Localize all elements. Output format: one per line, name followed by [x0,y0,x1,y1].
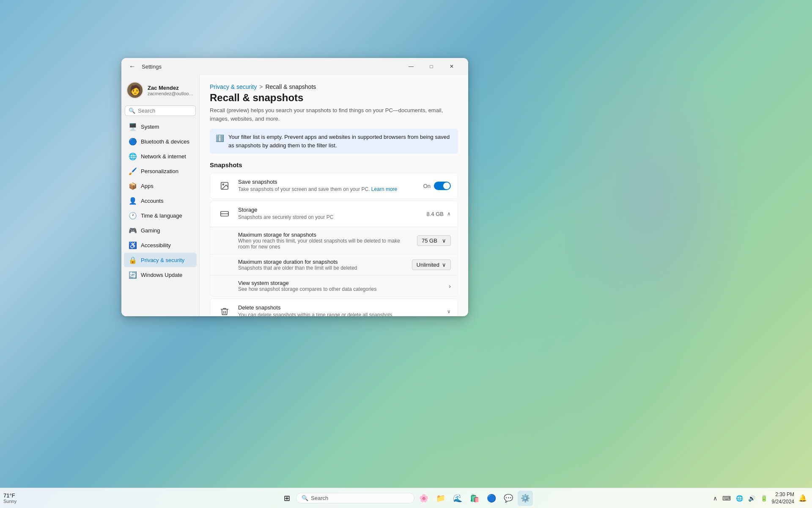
max-duration-row[interactable]: Maximum storage duration for snapshots S… [210,254,458,275]
title-bar-left: ← Settings [126,61,162,72]
tray-battery[interactable]: 🔋 [759,494,769,502]
view-system-storage-row[interactable]: View system storage See how snapshot sto… [210,275,458,296]
max-storage-value: 75 GB [422,237,437,244]
back-icon: ← [129,63,136,70]
nav-label-gaming: Gaming [141,227,160,234]
settings-window: ← Settings — □ ✕ 🧑 Zac Mendez zacmendez@… [121,58,468,316]
user-email: zacmendez@outlook.com [148,91,194,96]
store-icon: 🛍️ [470,494,479,503]
taskbar-teams[interactable]: 💬 [501,491,516,506]
tray-keyboard[interactable]: ⌨ [721,494,732,502]
taskbar-center: ⊞ 🔍 Search 🌸 📁 🌊 🛍️ 🔵 💬 ⚙️ [279,491,533,506]
nav-item-accounts[interactable]: 👤 Accounts [124,193,197,208]
taskbar-widgets[interactable]: 🌸 [416,491,431,506]
taskbar-search[interactable]: 🔍 Search [296,493,414,503]
breadcrumb: Privacy & security > Recall & snapshots [210,83,458,90]
nav-item-bluetooth[interactable]: 🔵 Bluetooth & devices [124,134,197,149]
nav-label-accounts: Accounts [141,198,163,204]
nav-item-personalization[interactable]: 🖌️ Personalization [124,164,197,178]
max-storage-dropdown[interactable]: 75 GB ∨ [417,235,451,246]
storage-title: Storage [238,207,421,213]
breadcrumb-parent[interactable]: Privacy & security [210,83,257,90]
delete-snapshots-icon [217,304,232,316]
taskbar-search-label: Search [311,495,328,501]
delete-snapshots-card: Delete snapshots You can delete snapshot… [210,298,458,316]
taskbar-right: ∧ ⌨ 🌐 🔊 🔋 2:30 PM 9/24/2024 🔔 [711,491,809,505]
minimize-button[interactable]: — [401,60,421,73]
max-duration-dropdown[interactable]: Unlimited ∨ [412,260,451,270]
view-system-storage-chevron[interactable]: › [449,283,451,290]
delete-snapshots-chevron[interactable]: ∨ [447,309,451,315]
search-icon: 🔍 [129,108,135,114]
nav-item-time[interactable]: 🕐 Time & language [124,208,197,223]
save-snapshots-toggle[interactable] [434,182,451,190]
max-storage-dropdown-icon: ∨ [442,237,446,244]
tray-network[interactable]: 🌐 [734,494,745,502]
max-duration-value: Unlimited [417,262,439,268]
nav-item-apps[interactable]: 📦 Apps [124,179,197,193]
settings-taskbar-icon: ⚙️ [521,494,530,503]
max-duration-dropdown-icon: ∨ [442,262,446,268]
search-input[interactable] [138,108,200,114]
taskbar-files[interactable]: 📁 [433,491,448,506]
info-banner: ℹ️ Your filter list is empty. Prevent ap… [210,129,458,154]
tray-volume[interactable]: 🔊 [746,494,757,502]
close-button[interactable]: ✕ [442,60,461,73]
delete-snapshots-text: Delete snapshots You can delete snapshot… [238,304,441,316]
window-controls: — □ ✕ [401,60,461,73]
weather-condition: Sunny [3,499,16,504]
accounts-icon: 👤 [129,197,137,204]
taskbar: 71°F Sunny ⊞ 🔍 Search 🌸 📁 🌊 🛍️ 🔵 💬 [0,488,812,508]
sidebar-search[interactable]: 🔍 [125,105,196,116]
taskbar-edge[interactable]: 🔵 [484,491,499,506]
system-icon: 🖥️ [129,123,137,130]
storage-chevron-up[interactable]: ∧ [447,211,451,217]
content-area: Privacy & security > Recall & snapshots … [200,75,468,316]
max-storage-subtitle: When you reach this limit, your oldest s… [238,238,411,250]
nav-item-network[interactable]: 🌐 Network & internet [124,149,197,163]
back-button[interactable]: ← [126,61,138,72]
avatar-image: 🧑 [129,85,141,96]
nav-item-gaming[interactable]: 🎮 Gaming [124,223,197,237]
nav-label-windows-update: Windows Update [141,272,182,278]
storage-value: 8.4 GB [427,211,444,217]
nav-item-system[interactable]: 🖥️ System [124,119,197,134]
nav-label-bluetooth: Bluetooth & devices [141,138,189,145]
view-system-storage-control: › [449,283,451,290]
nav-item-privacy[interactable]: 🔒 Privacy & security [124,253,197,267]
bluetooth-icon: 🔵 [129,138,137,145]
tray-expand[interactable]: ∧ [711,494,719,502]
storage-control: 8.4 GB ∧ [427,211,451,217]
taskbar-settings-pinned[interactable]: ⚙️ [518,491,533,506]
nav-label-privacy: Privacy & security [141,257,184,263]
window-title: Settings [142,64,162,70]
save-snapshots-state: On [423,183,431,189]
max-storage-text: Maximum storage for snapshots When you r… [238,232,411,250]
notification-bell[interactable]: 🔔 [797,493,809,503]
user-profile[interactable]: 🧑 Zac Mendez zacmendez@outlook.com [121,78,199,105]
storage-subtitle: Snapshots are securely stored on your PC [238,214,421,221]
save-snapshots-text: Save snapshots Take snapshots of your sc… [238,179,417,193]
start-button[interactable]: ⊞ [279,491,294,506]
taskbar-browser[interactable]: 🌊 [450,491,465,506]
taskbar-time-display: 2:30 PM [772,491,794,498]
taskbar-left: 71°F Sunny [3,492,20,504]
max-storage-row[interactable]: Maximum storage for snapshots When you r… [210,227,458,254]
taskbar-datetime[interactable]: 2:30 PM 9/24/2024 [772,491,794,505]
save-snapshots-row[interactable]: Save snapshots Take snapshots of your sc… [210,173,458,199]
browser-icon: 🌊 [453,494,462,503]
nav-item-windows-update[interactable]: 🔄 Windows Update [124,268,197,282]
network-icon: 🌐 [129,152,137,160]
max-duration-subtitle: Snapshots that are older than the limit … [238,265,406,271]
privacy-icon: 🔒 [129,256,137,264]
nav-item-accessibility[interactable]: ♿ Accessibility [124,238,197,252]
save-snapshots-learn-more[interactable]: Learn more [371,186,397,192]
breadcrumb-separator: > [259,83,263,90]
maximize-button[interactable]: □ [422,60,441,73]
taskbar-store[interactable]: 🛍️ [467,491,482,506]
avatar: 🧑 [126,82,143,99]
storage-row[interactable]: Storage Snapshots are securely stored on… [210,201,458,227]
page-title: Recall & snapshots [210,92,458,104]
delete-snapshots-row[interactable]: Delete snapshots You can delete snapshot… [210,299,458,316]
view-system-storage-title: View system storage [238,280,443,286]
